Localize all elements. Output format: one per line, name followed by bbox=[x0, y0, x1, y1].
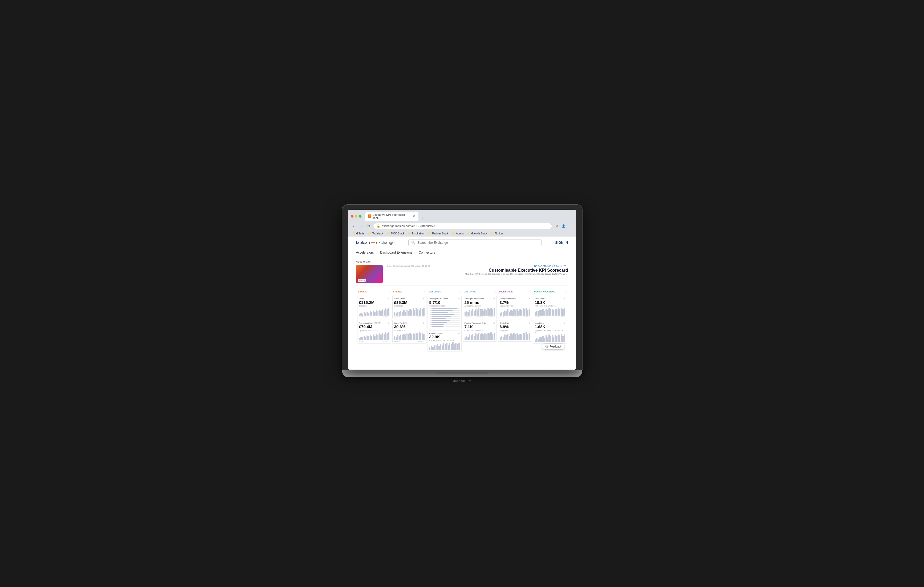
menu-icon[interactable]: ⋮ bbox=[568, 223, 574, 229]
card-menu-icon[interactable]: ≡ bbox=[423, 322, 424, 324]
product-subtitle: This Exec KPI Scorecard is designed to b… bbox=[450, 273, 568, 275]
nav-connectors[interactable]: Connectors bbox=[419, 251, 435, 255]
card-top: Reply Rate ≡ bbox=[500, 322, 530, 324]
bar bbox=[481, 309, 483, 316]
bar-chart-social-1 bbox=[500, 332, 530, 340]
bar bbox=[417, 309, 419, 316]
bookmark-inspiration[interactable]: 📁 Inspiration bbox=[406, 232, 426, 235]
kpi-col-callcentre2: Call Centre≡ Average Call Duration ≡ 25 … bbox=[463, 289, 497, 352]
bar bbox=[379, 310, 380, 316]
bar bbox=[536, 311, 538, 316]
bar bbox=[397, 312, 398, 316]
active-tab[interactable]: T Executive KPI Scorecard | Tabl... ✕ bbox=[365, 212, 419, 221]
bar bbox=[370, 335, 371, 340]
bar bbox=[554, 335, 556, 342]
bar bbox=[475, 309, 477, 316]
bookmark-partnerstack[interactable]: 📁 Partner Stack bbox=[426, 232, 450, 235]
card-menu-icon[interactable]: ≡ bbox=[528, 298, 530, 300]
card-menu-icon[interactable]: ≡ bbox=[493, 322, 495, 324]
card-menu-icon[interactable]: ≡ bbox=[423, 298, 424, 300]
hbar-row: 9 bbox=[429, 324, 460, 325]
bar bbox=[506, 335, 507, 340]
bar bbox=[562, 309, 564, 316]
back-button[interactable]: ‹ bbox=[351, 223, 356, 229]
profile-icon[interactable]: 👤 bbox=[561, 223, 566, 229]
minimize-button[interactable] bbox=[355, 215, 358, 218]
card-title: Engagement Rate bbox=[500, 298, 516, 300]
section-label-finance1: Finance≡ bbox=[357, 289, 391, 294]
breadcrumb: BREADCRUMB > TRAIL > #P... bbox=[450, 265, 568, 267]
search-bar[interactable]: 🔍 bbox=[408, 239, 541, 246]
hbar-fill bbox=[432, 320, 450, 321]
bookmark-admin[interactable]: 📁 Admin bbox=[450, 232, 465, 235]
bar bbox=[416, 307, 417, 316]
forward-button[interactable]: › bbox=[358, 223, 364, 229]
bar bbox=[399, 336, 400, 340]
section-menu-callcentre1[interactable]: ≡ bbox=[459, 290, 460, 293]
bar bbox=[471, 335, 472, 340]
bookmark-toolstack[interactable]: 📁 Toolstack bbox=[366, 232, 385, 235]
section-label-finance2: Finance≡ bbox=[392, 289, 426, 294]
section-menu-finance1[interactable]: ≡ bbox=[389, 290, 390, 293]
section-menu-social[interactable]: ≡ bbox=[529, 290, 531, 293]
bar bbox=[507, 309, 508, 316]
card-menu-icon[interactable]: ≡ bbox=[493, 298, 495, 300]
bar bbox=[359, 314, 360, 316]
section-menu-hr[interactable]: ≡ bbox=[564, 290, 566, 293]
bar bbox=[452, 342, 454, 350]
card-menu-icon[interactable]: ≡ bbox=[564, 322, 565, 324]
tab-close-button[interactable]: ✕ bbox=[412, 214, 415, 218]
section-menu-callcentre2[interactable]: ≡ bbox=[494, 290, 495, 293]
hbar-row: 1 bbox=[429, 307, 460, 309]
maximize-button[interactable] bbox=[359, 215, 361, 218]
search-input[interactable] bbox=[417, 241, 539, 245]
close-button[interactable] bbox=[351, 215, 353, 218]
bar bbox=[506, 311, 507, 316]
card-value: 1.68K bbox=[535, 325, 565, 329]
bar bbox=[518, 335, 520, 340]
card-menu-icon[interactable]: ≡ bbox=[564, 298, 565, 300]
card-menu-icon[interactable]: ≡ bbox=[458, 332, 459, 334]
card-menu-icon[interactable]: ≡ bbox=[388, 298, 389, 300]
bar bbox=[362, 337, 363, 340]
bar bbox=[509, 336, 510, 340]
card-menu-icon[interactable]: ≡ bbox=[388, 322, 389, 324]
extensions-icon[interactable]: ⚙ bbox=[554, 223, 559, 229]
bar bbox=[423, 334, 424, 340]
bar bbox=[417, 334, 419, 340]
bar bbox=[515, 334, 516, 340]
bar bbox=[385, 332, 386, 340]
bar bbox=[439, 346, 440, 350]
bar bbox=[516, 334, 518, 340]
card-sublabel: Call Received In The Last Month bbox=[429, 340, 460, 341]
bookmark-growthstack[interactable]: 📁 Growth Stack bbox=[465, 232, 489, 235]
bar bbox=[536, 338, 538, 342]
bar bbox=[364, 312, 365, 316]
bookmark-notion[interactable]: 📁 Notion bbox=[489, 232, 504, 235]
kpi-card-social-0: Engagement Rate ≡ 3.7% Engagement Rate 2… bbox=[498, 296, 532, 319]
refresh-button[interactable]: ↻ bbox=[366, 223, 371, 229]
feedback-icon: 💬 bbox=[545, 345, 548, 348]
nav-dashboard-extensions[interactable]: Dashboard Extensions bbox=[380, 251, 412, 255]
card-value: £35.3M bbox=[394, 301, 424, 305]
nav-accelerators[interactable]: Accelerators bbox=[356, 251, 374, 255]
new-tab-button[interactable]: + bbox=[419, 215, 425, 221]
bar bbox=[540, 337, 541, 342]
bar bbox=[483, 311, 484, 316]
bar bbox=[538, 339, 539, 342]
lock-icon: 🔒 bbox=[377, 224, 380, 228]
card-sublabel: Average Call Duration bbox=[465, 305, 495, 307]
card-menu-icon[interactable]: ≡ bbox=[528, 322, 530, 324]
feedback-button[interactable]: 💬 Feedback bbox=[542, 344, 565, 350]
address-bar[interactable]: 🔒 exchange.tableau.com/en-GB/products/81… bbox=[373, 223, 552, 229]
card-menu-icon[interactable]: ≡ bbox=[458, 298, 459, 300]
bookmark-mccstack[interactable]: 📁 MCC Stack bbox=[385, 232, 406, 235]
tableau-exchange-header: tableau ✛ exchange 🔍 SIGN IN bbox=[348, 237, 576, 249]
bar bbox=[471, 311, 472, 316]
sign-in-button[interactable]: SIGN IN bbox=[555, 241, 568, 245]
section-menu-finance2[interactable]: ≡ bbox=[424, 290, 425, 293]
bookmark-gsuite[interactable]: 📁 GSuite bbox=[351, 232, 366, 235]
bar bbox=[436, 345, 437, 350]
hbar-fill bbox=[432, 316, 451, 317]
card-sublabel: Total Number Of Employees bbox=[535, 305, 565, 307]
